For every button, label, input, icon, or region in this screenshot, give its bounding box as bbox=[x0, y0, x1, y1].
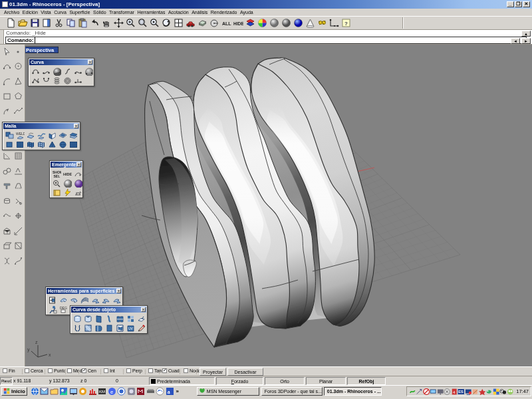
svg-text:UV: UV bbox=[128, 327, 134, 331]
svg-text:SEL: SEL bbox=[53, 174, 60, 178]
svg-text:x: x bbox=[49, 352, 51, 357]
svg-text:z: z bbox=[35, 340, 38, 344]
svg-text:KM: KM bbox=[99, 390, 105, 394]
svg-text:ALL: ALL bbox=[222, 21, 231, 26]
svg-text:HIDE: HIDE bbox=[63, 172, 72, 176]
svg-text:HIDE: HIDE bbox=[233, 21, 243, 26]
svg-text:e: e bbox=[110, 388, 114, 394]
svg-text:WELD: WELD bbox=[16, 132, 25, 136]
svg-text:ES: ES bbox=[459, 390, 464, 394]
svg-text:DEG: DEG bbox=[60, 306, 67, 310]
svg-text:4: 4 bbox=[453, 389, 456, 394]
svg-text:?: ? bbox=[344, 21, 348, 27]
svg-text:y: y bbox=[27, 347, 30, 352]
